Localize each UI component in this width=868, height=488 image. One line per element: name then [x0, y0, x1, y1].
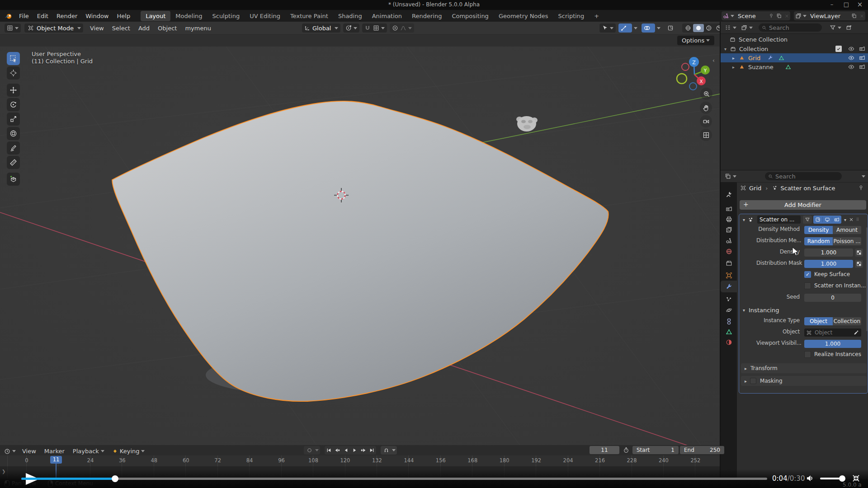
tool-move[interactable] [7, 84, 20, 97]
gizmo-dropdown[interactable] [634, 27, 637, 29]
seed-field[interactable]: 0 [804, 294, 861, 302]
instance-type-collection[interactable]: Collection [833, 317, 861, 325]
render-camera-icon[interactable] [859, 55, 865, 61]
distribution-poisson[interactable]: Poisson ... [833, 237, 861, 245]
tab-scene[interactable] [721, 235, 737, 246]
modifier-name-field[interactable]: Scatter on ... [757, 216, 801, 224]
viewport-3d[interactable]: User Perspective (11) Collection | Grid … [0, 47, 720, 445]
end-frame-field[interactable]: End250 [680, 446, 724, 454]
properties-editor-type[interactable] [722, 172, 739, 181]
workspace-tab-uv-editing[interactable]: UV Editing [245, 11, 285, 21]
outliner-viewlayer-icon[interactable] [739, 23, 755, 32]
breadcrumb-object[interactable]: Grid [749, 185, 761, 192]
ortho-toggle-button[interactable] [700, 129, 712, 141]
jump-to-end-button[interactable] [368, 446, 376, 455]
menu-help[interactable]: Help [113, 11, 135, 21]
tab-collection[interactable] [721, 257, 737, 269]
density-method-amount[interactable]: Amount [833, 226, 861, 234]
instancing-section-header[interactable]: ▾ Instancing [743, 305, 779, 314]
properties-search-input[interactable]: Search [765, 172, 842, 180]
shading-material-icon[interactable] [704, 25, 714, 31]
outliner-row-suzanne[interactable]: ▸ Suzanne [721, 62, 868, 71]
workspace-tab-shading[interactable]: Shading [333, 11, 367, 21]
tool-measure[interactable] [7, 156, 20, 169]
density-method-density[interactable]: Density [804, 226, 833, 234]
delete-modifier-icon[interactable] [849, 217, 854, 222]
tool-add-cube[interactable] [7, 173, 20, 186]
object-picker-field[interactable]: Object [804, 328, 861, 337]
tool-annotate[interactable] [7, 141, 20, 155]
scene-name[interactable]: Scene [735, 13, 768, 19]
outliner-display-mode[interactable] [722, 23, 739, 32]
tool-rotate[interactable] [7, 98, 20, 111]
overlays-dropdown[interactable] [657, 27, 660, 29]
camera-view-button[interactable] [700, 115, 712, 127]
outliner-search-input[interactable]: Search [759, 23, 822, 32]
player-volume-icon[interactable] [806, 474, 814, 483]
pin-icon[interactable] [768, 13, 775, 19]
new-scene-icon[interactable] [775, 13, 783, 19]
playhead-label[interactable]: 11 [50, 456, 62, 464]
jump-to-start-button[interactable] [325, 446, 333, 455]
unlink-scene-icon[interactable] [783, 14, 790, 19]
add-modifier-button[interactable]: + Add Modifier [740, 200, 866, 210]
properties-scrollbar[interactable] [866, 227, 868, 331]
render-camera-icon[interactable] [859, 46, 865, 52]
workspace-tab-sculpting[interactable]: Sculpting [207, 11, 245, 21]
editor-type-button[interactable] [5, 23, 21, 33]
minimize-button[interactable]: – [826, 0, 838, 10]
viewlayer-icon[interactable] [794, 13, 803, 19]
player-volume-knob[interactable] [839, 475, 845, 482]
shading-wireframe-icon[interactable] [683, 25, 693, 31]
add-workspace-button[interactable]: + [589, 11, 604, 21]
loop-dropdown[interactable] [392, 449, 396, 451]
viewport-menu-add[interactable]: Add [134, 23, 154, 33]
new-collection-button[interactable] [844, 23, 854, 32]
outliner-filter-dropdown[interactable] [827, 23, 844, 32]
timeline-menu-view[interactable]: View [18, 446, 40, 456]
masking-subpanel[interactable]: ▸ Masking [741, 376, 867, 386]
distribution-mask-slider[interactable]: 1.000 [804, 260, 853, 268]
preview-range-stopwatch-icon[interactable] [623, 447, 629, 453]
close-button[interactable]: × [854, 0, 866, 10]
tab-modifiers[interactable] [721, 281, 737, 292]
transform-subpanel[interactable]: ▸ Transform [741, 363, 867, 373]
workspace-tab-rendering[interactable]: Rendering [407, 11, 447, 21]
mask-texture-button[interactable] [855, 260, 863, 268]
distribution-random[interactable]: Random [804, 237, 833, 245]
realize-instances-checkbox[interactable] [804, 351, 811, 358]
hide-eye-icon[interactable] [848, 55, 854, 61]
viewport-menu-object[interactable]: Object [154, 23, 181, 33]
current-frame-field[interactable]: 11 [590, 446, 619, 454]
edit-mode-display-toggle[interactable] [803, 216, 812, 224]
render-display-toggle[interactable] [832, 217, 841, 222]
viewport-menu-mymenu[interactable]: mymenu [181, 23, 215, 33]
xray-toggle[interactable] [665, 23, 679, 33]
realtime-display-toggle[interactable] [823, 217, 832, 222]
timeline-ruler[interactable]: 0243648607284961081201321441561681801922… [0, 455, 720, 467]
play-reverse-button[interactable] [342, 446, 350, 455]
density-texture-button[interactable] [855, 249, 863, 257]
exclude-checkbox[interactable] [835, 46, 842, 52]
new-viewlayer-icon[interactable] [850, 13, 858, 19]
player-progress-track[interactable] [21, 478, 767, 480]
hide-eye-icon[interactable] [848, 64, 854, 70]
next-keyframe-button[interactable] [359, 446, 368, 455]
pin-id-icon[interactable] [858, 185, 864, 191]
mode-dropdown[interactable]: Object Mode [24, 23, 83, 33]
orientation-dropdown[interactable]: Global [302, 23, 340, 33]
tab-particles[interactable] [721, 293, 737, 305]
extras-dropdown[interactable]: ▾ [844, 217, 846, 222]
play-button[interactable] [350, 446, 359, 455]
outliner-row-grid[interactable]: ▸ Grid [721, 53, 868, 62]
loop-playback-icon[interactable] [382, 447, 390, 453]
viewport-visibility-slider[interactable]: 1.000 [804, 340, 861, 348]
menu-file[interactable]: File [15, 11, 33, 21]
keep-surface-checkbox[interactable]: ✓ [804, 271, 811, 278]
pivot-dropdown[interactable] [343, 23, 359, 33]
player-volume-slider[interactable] [820, 478, 843, 479]
masking-checkbox[interactable] [750, 378, 756, 384]
density-slider[interactable]: 1.000 [804, 249, 853, 257]
workspace-tab-modeling[interactable]: Modeling [170, 11, 207, 21]
workspace-tab-layout[interactable]: Layout [141, 11, 170, 21]
